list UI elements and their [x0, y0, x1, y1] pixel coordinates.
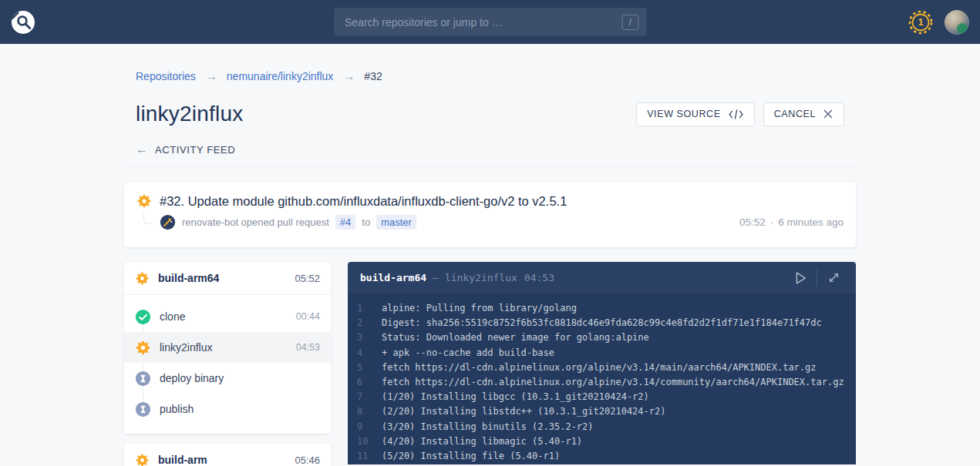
log-line: 2Digest: sha256:5519c8752f6b53fc8818dc46…: [357, 316, 844, 330]
success-check-icon: [135, 309, 151, 325]
page-title: linky2influx: [136, 102, 243, 126]
user-avatar[interactable]: [945, 10, 969, 35]
view-source-label: VIEW SOURCE: [647, 109, 721, 119]
connector-line: [143, 213, 153, 224]
console-log-output[interactable]: 1alpine: Pulling from library/golang 2Di…: [348, 294, 856, 464]
log-console: build-arm64 — linky2influx 04:53: [348, 262, 856, 464]
activity-to-text: to: [362, 216, 370, 228]
console-separator: —: [433, 272, 439, 283]
step-row-linky2influx[interactable]: linky2influx 04:53: [124, 332, 331, 363]
stage-card-build-arm: build-arm 05:46: [124, 444, 331, 466]
log-line-number: 3: [357, 330, 374, 345]
play-icon: [792, 270, 809, 287]
activity-feed-back-link[interactable]: ACTIVITY FEED: [124, 142, 247, 156]
follow-logs-button[interactable]: [787, 267, 813, 290]
app-logo-icon[interactable]: [11, 10, 35, 35]
stage-duration: 05:52: [295, 273, 320, 284]
log-line: 1alpine: Pulling from library/golang: [357, 301, 844, 316]
log-line-text: + apk --no-cache add build-base: [382, 346, 554, 360]
arrow-left-icon: [136, 142, 148, 156]
console-step-time: 04:53: [524, 272, 554, 283]
log-line-number: 10: [357, 434, 374, 449]
branch-badge[interactable]: master: [376, 215, 416, 230]
log-line-number: 4: [357, 346, 374, 360]
log-line-text: Digest: sha256:5519c8752f6b53fc8818dc46e…: [382, 316, 822, 330]
search-input[interactable]: [345, 16, 622, 28]
search-box: /: [334, 8, 646, 36]
log-line-text: (1/20) Installing libgcc (10.3.1_git2021…: [382, 390, 649, 404]
pending-hourglass-icon: [135, 370, 151, 387]
step-row-publish[interactable]: publish: [124, 394, 331, 424]
step-row-deploy-binary[interactable]: deploy binary: [124, 363, 331, 394]
breadcrumb-repositories-link[interactable]: Repositories: [136, 70, 196, 82]
log-line-number: 9: [357, 420, 374, 434]
running-gear-icon: [136, 193, 152, 209]
console-stage-name: build-arm64: [360, 272, 426, 283]
log-line-text: fetch https://dl-cdn.alpinelinux.org/alp…: [382, 360, 817, 375]
breadcrumb-build-number: #32: [364, 70, 382, 82]
log-line: 7(1/20) Installing libgcc (10.3.1_git202…: [357, 390, 844, 404]
step-name: publish: [160, 403, 194, 415]
log-line-text: alpine: Pulling from library/golang: [382, 301, 577, 316]
console-step-name: linky2influx: [445, 272, 517, 283]
time-dot: ·: [770, 216, 774, 228]
log-line: 5fetch https://dl-cdn.alpinelinux.org/al…: [357, 360, 844, 375]
log-line-number: 11: [357, 449, 374, 464]
log-line-number: 8: [357, 404, 374, 419]
log-line: 4+ apk --no-cache add build-base: [357, 346, 844, 360]
step-name: linky2influx: [160, 341, 212, 354]
top-navbar: / 1: [0, 0, 980, 44]
stage-name: build-arm: [158, 454, 207, 466]
log-line-text: (3/20) Installing binutils (2.35.2-r2): [382, 420, 594, 434]
expand-icon: [827, 270, 841, 285]
build-time: 05:52: [739, 216, 766, 228]
log-line: 10(4/20) Installing libmagic (5.40-r1): [357, 434, 844, 449]
build-title: #32. Update module github.com/influxdata…: [160, 194, 567, 209]
stage-name: build-arm64: [158, 272, 219, 284]
log-line: 9(3/20) Installing binutils (2.35.2-r2): [357, 420, 844, 434]
log-line-text: (5/20) Installing file (5.40-r1): [382, 449, 560, 464]
cancel-label: CANCEL: [774, 109, 816, 119]
log-line-text: Status: Downloaded newer image for golan…: [382, 330, 649, 345]
stage-header-build-arm[interactable]: build-arm 05:46: [124, 444, 331, 466]
stage-card-build-arm64: build-arm64 05:52 clone 00:44 linky2infl…: [124, 262, 331, 434]
search-shortcut-key: /: [622, 15, 638, 30]
breadcrumb-arrow-icon: [204, 69, 218, 82]
breadcrumb-arrow-icon: [342, 69, 355, 82]
running-gear-icon: [135, 271, 150, 286]
renovate-bot-avatar: [160, 214, 176, 230]
activity-actor-text: renovate-bot opened pull request: [182, 216, 329, 228]
step-name: deploy binary: [160, 372, 224, 384]
step-row-clone[interactable]: clone 00:44: [124, 301, 331, 332]
stage-duration: 05:46: [295, 454, 320, 466]
build-time-ago: 6 minutes ago: [778, 216, 844, 228]
pull-request-badge[interactable]: #4: [335, 215, 355, 230]
log-line: 11(5/20) Installing file (5.40-r1): [357, 449, 844, 464]
console-header: build-arm64 — linky2influx 04:53: [348, 262, 856, 294]
log-line-number: 5: [357, 360, 374, 375]
step-duration: 00:44: [296, 311, 320, 322]
log-line: 8(2/20) Installing libstdc++ (10.3.1_git…: [357, 404, 844, 419]
code-icon: [728, 109, 744, 120]
running-gear-icon: [135, 453, 150, 466]
stage-header-build-arm64[interactable]: build-arm64 05:52: [124, 262, 331, 294]
view-source-button[interactable]: VIEW SOURCE: [636, 102, 755, 126]
step-duration: 04:53: [296, 342, 320, 353]
breadcrumb: Repositories nemunaire/linky2influx #32: [124, 69, 856, 82]
pending-hourglass-icon: [135, 401, 151, 417]
fullscreen-button[interactable]: [820, 267, 847, 290]
console-actions-divider: [817, 270, 817, 287]
log-line: 3Status: Downloaded newer image for gola…: [357, 330, 844, 345]
log-line-text: fetch https://dl-cdn.alpinelinux.org/alp…: [382, 375, 844, 390]
cancel-button[interactable]: CANCEL: [763, 102, 844, 126]
log-line-number: 2: [357, 316, 374, 330]
breadcrumb-repo-link[interactable]: nemunaire/linky2influx: [227, 70, 334, 82]
log-line-number: 7: [357, 390, 374, 404]
running-gear-icon: [135, 340, 151, 356]
step-name: clone: [160, 310, 185, 323]
close-icon: [823, 109, 834, 119]
stages-sidebar: build-arm64 05:52 clone 00:44 linky2infl…: [124, 262, 331, 466]
log-line-number: 6: [357, 375, 374, 390]
notification-badge[interactable]: 1: [908, 9, 934, 35]
build-activity-card[interactable]: #32. Update module github.com/influxdata…: [124, 183, 856, 247]
